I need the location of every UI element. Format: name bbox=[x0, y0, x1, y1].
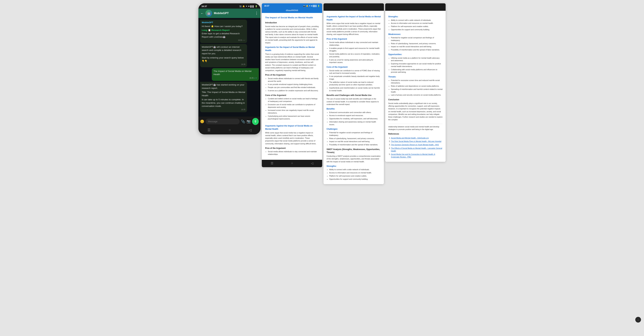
whatsapp-header: ← 🤖 MobileGPT ⋮ bbox=[198, 9, 260, 18]
doc-weaknesses-list: Potential for negative social comparison… bbox=[391, 37, 442, 51]
doc-panel-4: Strengths: Ability to connect with a wid… bbox=[385, 3, 446, 162]
list-item: Curated and edited content on social med… bbox=[268, 97, 319, 103]
list-item: Platform for self-expression and creativ… bbox=[391, 25, 442, 28]
nav-home-icon[interactable]: ○ bbox=[291, 161, 293, 165]
battery-icon: 🔋 bbox=[255, 5, 258, 8]
message-input[interactable] bbox=[206, 119, 240, 124]
sender-name: MobileGPT bbox=[202, 21, 245, 24]
doc-opportunities-list: Utilizing social media as a platform for… bbox=[391, 57, 442, 74]
doc-conclusion-title: Conclusion bbox=[388, 98, 442, 101]
mic-button[interactable]: 🎙 bbox=[252, 118, 259, 125]
ref-link-2[interactable]: The Role Social Media Plays in Mental He… bbox=[391, 140, 442, 142]
list-item: Inauthenticity and misinformation on soc… bbox=[329, 87, 381, 92]
message-text: The Impact of Social Media on Mental Hea… bbox=[214, 70, 257, 76]
list-item: Enhanced communication and connection wi… bbox=[329, 111, 381, 114]
message-subtext: Start by entering your search query belo… bbox=[202, 56, 245, 63]
doc-panel-2: 16:37 📷 🔔 ✦ ≋ ▌▌▌ 🔋 d8aaaf965fd6 The Imp… bbox=[262, 3, 322, 167]
avatar: 🤖 bbox=[206, 10, 212, 17]
doc-strengths-sub: Strengths: bbox=[326, 165, 381, 168]
more-options-button[interactable]: ⋮ bbox=[255, 11, 258, 16]
doc-cons-title-3: Cons of the Argument bbox=[326, 66, 381, 69]
status-icons: 📷 🔔 ✦ ≋ ▌▌▌ 🔋 bbox=[239, 5, 258, 8]
doc-header-4 bbox=[385, 3, 446, 11]
doc-swot-body: Conducting a SWOT analysis provides a co… bbox=[326, 155, 381, 163]
list-item: Excessive use of social media can contri… bbox=[268, 103, 319, 109]
doc-threats-title: Threats: bbox=[388, 75, 442, 78]
list-item: Access to emotional support and resource… bbox=[329, 114, 381, 117]
doc-threats-list: Potential for excessive screen time and … bbox=[391, 79, 442, 97]
wifi-icon: ≋ bbox=[248, 5, 250, 8]
doc-conclusion-cont: relationship between social media and me… bbox=[388, 125, 442, 131]
list-item: Possibility of misinformation and the sp… bbox=[329, 143, 381, 146]
doc-status-icons: 📷 🔔 ✦ ≋ ▌▌▌ 🔋 bbox=[303, 5, 320, 7]
emoji-button[interactable]: 😊 bbox=[200, 119, 204, 123]
camera-button[interactable]: 📷 bbox=[246, 119, 251, 123]
attach-button[interactable]: 📎 bbox=[241, 119, 245, 123]
ref-link-3[interactable]: The Surgeon General's Report on Youth Me… bbox=[391, 144, 439, 146]
list-item: Risks of cyberbullying, harassment, and … bbox=[391, 42, 442, 45]
doc-pros-heading: Pros of the Argument bbox=[265, 73, 319, 77]
list-item: Ability to connect with a wide network o… bbox=[391, 19, 442, 22]
nav-back-icon[interactable]: ◁ bbox=[311, 161, 313, 165]
doc-pros2-heading: Pros of the Argument bbox=[265, 147, 319, 150]
doc-benefits-sub: Benefits: bbox=[326, 107, 381, 111]
message-text: MobileGPT🤖 will conduct an internet sear… bbox=[202, 45, 245, 55]
doc-content-4: Strengths: Ability to connect with a wid… bbox=[385, 11, 446, 162]
message-bubble-2: MobileGPT🤖 will conduct an internet sear… bbox=[200, 44, 247, 67]
doc-weaknesses-title: Weaknesses: bbox=[388, 33, 442, 36]
message-text: Hi there! ⭐ How can I assist you today? bbox=[202, 25, 245, 28]
list-item: Collaborating with social media platform… bbox=[391, 68, 442, 74]
nav-menu-icon[interactable]: ☰ bbox=[208, 128, 210, 132]
doc-section-args-against: Arguments Against the Impact of Social M… bbox=[265, 124, 319, 130]
list-item: Cyberbullying and online harassment can … bbox=[268, 115, 319, 120]
phone-status-bar: 16:37 📷 🔔 ✦ ≋ ▌▌▌ 🔋 bbox=[198, 3, 260, 9]
notification-icon: 🔔 bbox=[242, 5, 245, 8]
message-text-1: MobileGPT🤖 has started working on your r… bbox=[202, 83, 245, 90]
doc-content-3: Arguments Against the Impact of Social M… bbox=[324, 11, 384, 184]
camera-icon: 📷 bbox=[239, 5, 242, 8]
ref-link-5[interactable]: Social Media Use and Its Connection to M… bbox=[391, 153, 435, 158]
contact-name: MobileGPT bbox=[214, 12, 253, 15]
list-item: Ability to connect with a wide network o… bbox=[329, 168, 381, 171]
list-item: Social media can contribute to a sense o… bbox=[329, 69, 381, 75]
status-time: 16:37 bbox=[202, 5, 207, 8]
message-timestamp: 16:55 ✓✓ bbox=[202, 39, 245, 42]
nav-home-icon[interactable]: ○ bbox=[228, 128, 230, 132]
bluetooth-icon: ✦ bbox=[246, 5, 247, 8]
list-item: Exploring innovative approaches to use s… bbox=[391, 63, 442, 68]
doc-strengths-title-4: Strengths: bbox=[388, 15, 442, 18]
list-item: It can provide emotional support during … bbox=[268, 83, 319, 86]
message-timestamp: 16:35 bbox=[202, 108, 245, 111]
list-item: The addictive nature of social media can… bbox=[329, 81, 381, 86]
list-item: It enables people to find support and re… bbox=[329, 47, 381, 52]
doc-pros-list: Social media allows individuals to conne… bbox=[268, 77, 319, 92]
nav-menu-icon[interactable]: ☰ bbox=[271, 161, 273, 165]
doc-status-bar: 16:37 📷 🔔 ✦ ≋ ▌▌▌ 🔋 bbox=[262, 3, 322, 9]
doc-args-against-title: Arguments Against the Impact of Social M… bbox=[326, 15, 381, 21]
phone-bottom-nav: ☰ ○ ◁ bbox=[198, 126, 260, 134]
list-item: Opportunities for support and community … bbox=[329, 178, 381, 181]
list-item: Risks of addiction and dependence on soc… bbox=[391, 85, 442, 88]
doc-references-list: Social Media and Mental Health - HelpGui… bbox=[391, 137, 442, 158]
message-timestamp: 16:35 bbox=[202, 63, 245, 66]
back-button[interactable]: ← bbox=[200, 12, 204, 15]
list-item: Potential for excessive screen time and … bbox=[391, 79, 442, 85]
doc-conclusion-body: Social media undoubtedly plays a signifi… bbox=[388, 102, 442, 121]
doc-status-time: 16:37 bbox=[264, 5, 269, 7]
doc-pros-list-3: Social media allows individuals to stay … bbox=[329, 41, 381, 64]
nav-back-icon[interactable]: ◁ bbox=[249, 128, 252, 132]
list-item: Impact on real-life social interactions … bbox=[329, 140, 381, 143]
doc-benefits-body: The use of social media has both benefit… bbox=[326, 97, 381, 106]
chat-input-bar: 😊 📎 📷 🎙 bbox=[198, 117, 260, 126]
doc-intro-body: Social media has become an integral part… bbox=[265, 25, 319, 44]
doc-pros2-list: Social media allows individuals to stay … bbox=[268, 150, 319, 156]
list-item: Risks of cyberbullying, harassment, and … bbox=[329, 137, 381, 140]
chat-area: MobileGPT Hi there! ⭐ How can I assist y… bbox=[198, 18, 260, 117]
list-item: The Effects of Social Media on Mental He… bbox=[391, 147, 442, 152]
ref-link-1[interactable]: Social Media and Mental Health - HelpGui… bbox=[391, 137, 429, 139]
list-item: Impact on real-life social interactions … bbox=[391, 45, 442, 48]
ref-link-4[interactable]: The Effects of Social Media on Mental He… bbox=[391, 147, 442, 152]
doc-args-against-body2: While some argue that social media has a… bbox=[326, 22, 381, 36]
list-item: Access to information and resources on m… bbox=[329, 172, 381, 174]
list-item: Social media allows individuals to stay … bbox=[329, 41, 381, 47]
